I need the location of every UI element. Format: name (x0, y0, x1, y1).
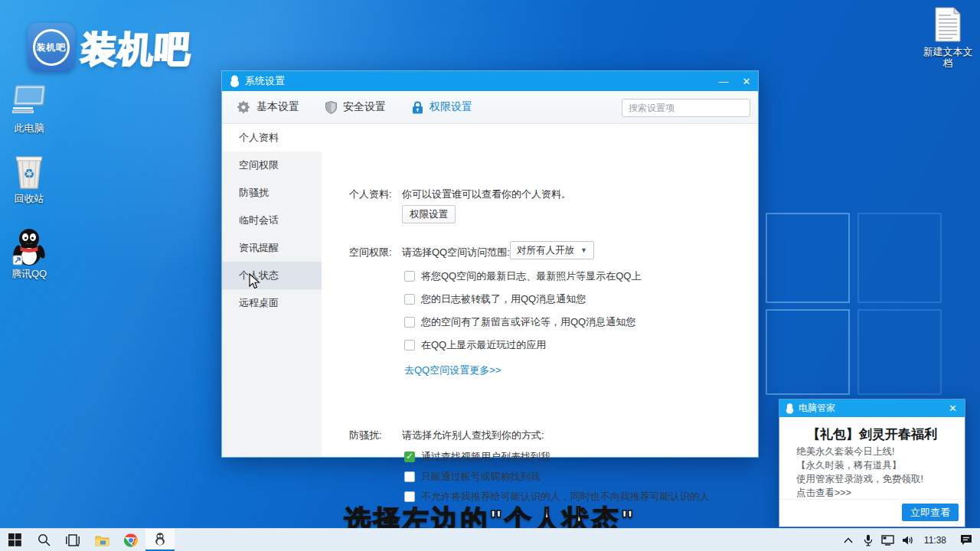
sidebar-item-personal-state[interactable]: 个人状态 (222, 262, 322, 289)
chrome-icon (124, 533, 138, 547)
settings-search-box[interactable] (622, 99, 750, 117)
settings-search-input[interactable] (622, 103, 750, 113)
section-label-space: 空间权限: (349, 246, 392, 259)
qq-penguin-icon (0, 228, 58, 265)
popup-body-line: 【永久时装，稀有道具】 (796, 459, 902, 472)
shield-icon (325, 101, 337, 114)
dropdown-value: 对所有人开放 (517, 244, 574, 257)
checkbox-show-recent-apps[interactable]: 在QQ上显示最近玩过的应用 (404, 338, 546, 352)
window-title: 系统设置 (245, 74, 285, 88)
checkbox-blog-repost-notify[interactable]: 您的日志被转载了，用QQ消息通知您 (404, 292, 586, 306)
wallpaper-logo-pane (766, 213, 850, 303)
checkbox-label: 只能通过帐号或昵称找到我 (421, 470, 541, 484)
checkbox-box[interactable] (404, 340, 415, 350)
desktop-icon-label: 此电脑 (0, 122, 58, 134)
checkbox-box[interactable] (404, 471, 415, 482)
checkbox-box[interactable] (404, 294, 415, 305)
sidebar-item-news-alert[interactable]: 资讯提醒 (222, 234, 322, 262)
space-prompt: 请选择QQ空间访问范围: (402, 246, 510, 259)
checkbox-show-qzone-updates[interactable]: 将您QQ空间的最新日志、最新照片等显示在QQ上 (404, 269, 641, 283)
windows-logo-icon (8, 533, 21, 546)
qq-logo-icon (230, 75, 240, 87)
desktop-icon-qq[interactable]: 腾讯QQ (0, 228, 58, 279)
checkbox-label: 通过查找视频用户列表找到我 (421, 450, 550, 464)
space-access-dropdown[interactable]: 对所有人开放 ▼ (510, 241, 594, 259)
wallpaper-logo-pane (858, 213, 942, 303)
section-label-profile: 个人资料: (349, 187, 392, 201)
gear-icon (237, 101, 250, 114)
this-pc-icon (0, 83, 58, 119)
sidebar-item-profile[interactable]: 个人资料 (222, 124, 322, 152)
file-explorer-button[interactable] (87, 529, 116, 551)
system-settings-window: 系统设置 — ✕ 基本设置 (222, 71, 758, 457)
checkbox-find-by-account-only[interactable]: 只能通过帐号或昵称找到我 (404, 470, 541, 484)
wallpaper-logo-pane (766, 309, 850, 395)
settings-content: 个人资料: 你可以设置谁可以查看你的个人资料。 权限设置 空间权限: 请选择QQ… (322, 124, 758, 457)
chevron-down-icon: ▼ (580, 246, 587, 254)
checkbox-box[interactable] (404, 271, 415, 282)
popup-header[interactable]: 电脑管家 ✕ (779, 399, 965, 417)
checkbox-label: 您的空间有了新留言或评论等，用QQ消息通知您 (421, 315, 635, 329)
desktop-icon-this-pc[interactable]: 此电脑 (0, 83, 58, 134)
tab-security-settings[interactable]: 安全设置 (325, 100, 386, 114)
checkbox-label: 在QQ上显示最近玩过的应用 (421, 338, 546, 352)
checkbox-box[interactable] (404, 491, 415, 502)
pc-manager-icon (786, 403, 794, 414)
text-document-icon (919, 6, 977, 43)
popup-title: 电脑管家 (799, 402, 947, 415)
taskbar: 11:38 (0, 528, 980, 551)
desktop-icon-label: 新建文本文档 (919, 46, 977, 69)
window-titlebar[interactable]: 系统设置 — ✕ (222, 71, 758, 91)
checkbox-box-checked[interactable] (404, 452, 415, 462)
recycle-bin-icon: ♻ (0, 153, 58, 190)
section-label-anti: 防骚扰: (349, 429, 382, 442)
sidebar-item-space-perms[interactable]: 空间权限 (222, 152, 322, 179)
taskbar-qq-button[interactable] (145, 529, 175, 551)
checkbox-find-by-video-list[interactable]: 通过查找视频用户列表找到我 (404, 450, 550, 464)
task-view-icon (66, 534, 80, 546)
desktop-icon-label: 腾讯QQ (0, 268, 58, 279)
permission-settings-button[interactable]: 权限设置 (402, 205, 456, 223)
taskbar-search-button[interactable] (29, 529, 58, 551)
profile-desc: 你可以设置谁可以查看你的个人资料。 (402, 187, 571, 201)
sidebar-item-anti-harass[interactable]: 防骚扰 (222, 179, 322, 207)
tray-network-icon[interactable] (878, 529, 898, 551)
zhuangjiba-badge-logo: 装机吧 (28, 23, 75, 72)
settings-sidebar: 个人资料 空间权限 防骚扰 临时会话 资讯提醒 个人状态 远程桌面 (222, 124, 322, 457)
task-view-button[interactable] (58, 529, 87, 551)
checkbox-label: 将您QQ空间的最新日志、最新照片等显示在QQ上 (421, 269, 641, 283)
tray-microphone-icon[interactable] (858, 529, 878, 551)
qzone-more-settings-link[interactable]: 去QQ空间设置更多>> (404, 364, 501, 377)
sidebar-item-remote-desktop[interactable]: 远程桌面 (222, 289, 322, 317)
wallpaper-logo-pane (858, 309, 942, 395)
popup-close-icon[interactable]: ✕ (947, 403, 959, 414)
tab-permission-settings[interactable]: 权限设置 (412, 100, 472, 114)
desktop-icon-new-text-doc[interactable]: 新建文本文档 (919, 6, 977, 69)
search-icon (38, 533, 51, 546)
minimize-button[interactable]: — (712, 71, 735, 91)
sidebar-item-temp-session[interactable]: 临时会话 (222, 207, 322, 234)
checkbox-box[interactable] (404, 317, 415, 328)
tab-label: 权限设置 (430, 100, 472, 114)
taskbar-clock[interactable]: 11:38 (918, 529, 952, 551)
desktop-icon-recycle-bin[interactable]: ♻ 回收站 (0, 153, 58, 204)
popup-body-line: 使用管家登录游戏，免费领取! (796, 473, 923, 486)
desktop-icon-label: 回收站 (0, 193, 58, 204)
folder-icon (95, 534, 109, 546)
popup-body-line[interactable]: 点击查看>>> (796, 487, 851, 500)
system-tray: 11:38 (838, 529, 980, 551)
checkbox-label: 您的日志被转载了，用QQ消息通知您 (421, 292, 586, 306)
chrome-button[interactable] (116, 529, 145, 551)
tab-label: 基本设置 (256, 100, 299, 114)
tray-chevron-up-icon[interactable] (838, 529, 858, 551)
tray-volume-icon[interactable] (898, 529, 918, 551)
tab-basic-settings[interactable]: 基本设置 (237, 100, 299, 114)
qq-penguin-icon (155, 533, 165, 546)
checkbox-new-comment-notify[interactable]: 您的空间有了新留言或评论等，用QQ消息通知您 (404, 315, 635, 329)
start-button[interactable] (0, 529, 29, 551)
action-center-icon[interactable] (952, 529, 980, 551)
tab-label: 安全设置 (343, 100, 386, 114)
close-button[interactable]: ✕ (735, 71, 758, 91)
zhuangjiba-badge-circle: 装机吧 (33, 29, 70, 66)
popup-headline: 【礼包】剑灵开春福利 (779, 425, 965, 443)
